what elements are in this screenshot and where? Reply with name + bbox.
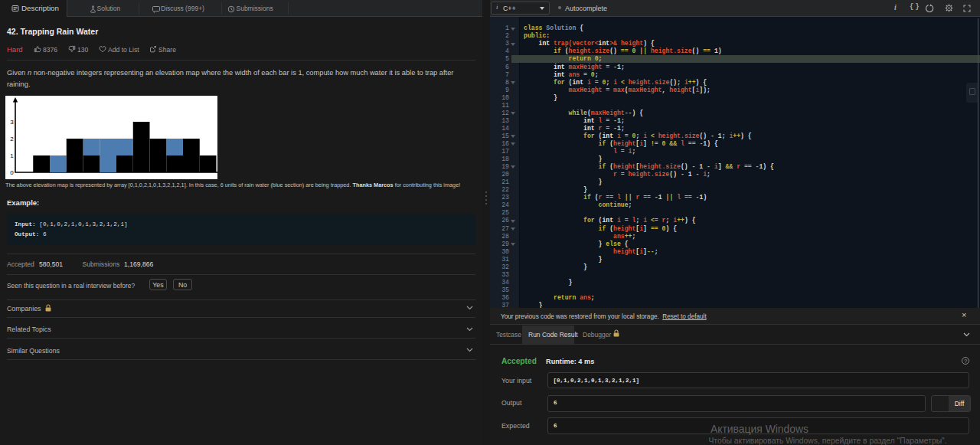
svg-text:1: 1	[10, 152, 14, 159]
svg-text:3: 3	[10, 119, 14, 126]
svg-text:2: 2	[10, 136, 14, 142]
svg-text:0: 0	[10, 169, 14, 176]
